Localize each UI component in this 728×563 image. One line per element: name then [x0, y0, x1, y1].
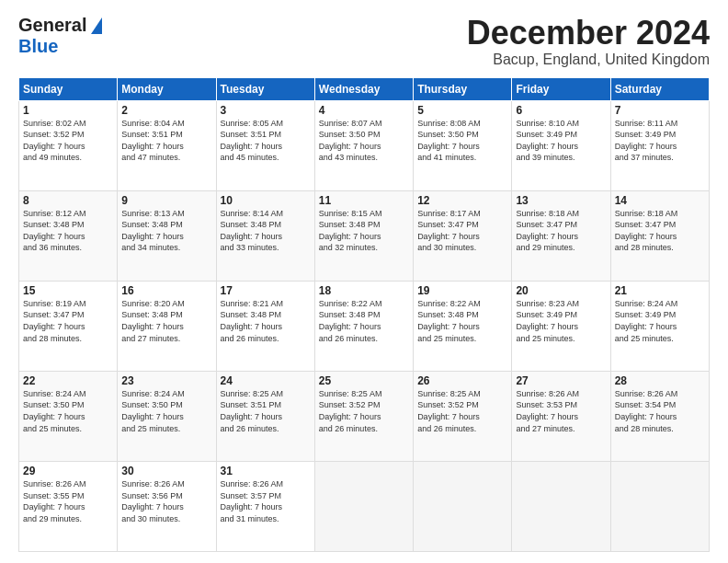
calendar-cell: 3Sunrise: 8:05 AM Sunset: 3:51 PM Daylig…: [216, 100, 314, 190]
day-number: 17: [221, 284, 311, 297]
calendar-cell: 7Sunrise: 8:11 AM Sunset: 3:49 PM Daylig…: [610, 100, 709, 190]
header: General Blue December 2024 Bacup, Englan…: [18, 15, 710, 68]
logo-blue-text: Blue: [18, 36, 58, 56]
calendar-cell: 21Sunrise: 8:24 AM Sunset: 3:49 PM Dayli…: [610, 281, 709, 371]
calendar-week-row: 22Sunrise: 8:24 AM Sunset: 3:50 PM Dayli…: [19, 371, 710, 461]
day-info: Sunrise: 8:02 AM Sunset: 3:52 PM Dayligh…: [23, 118, 113, 164]
calendar-header-saturday: Saturday: [610, 77, 709, 100]
day-info: Sunrise: 8:26 AM Sunset: 3:57 PM Dayligh…: [221, 478, 311, 524]
day-number: 12: [417, 194, 507, 207]
day-number: 1: [23, 104, 113, 117]
day-info: Sunrise: 8:15 AM Sunset: 3:48 PM Dayligh…: [319, 208, 409, 254]
day-number: 23: [121, 374, 211, 387]
day-number: 29: [23, 465, 113, 477]
logo-triangle-icon: [91, 17, 102, 34]
day-info: Sunrise: 8:21 AM Sunset: 3:48 PM Dayligh…: [221, 298, 311, 344]
calendar-cell: 12Sunrise: 8:17 AM Sunset: 3:47 PM Dayli…: [414, 190, 512, 281]
day-number: 28: [615, 374, 705, 387]
calendar-cell: 10Sunrise: 8:14 AM Sunset: 3:48 PM Dayli…: [216, 190, 314, 281]
day-number: 13: [516, 194, 606, 207]
day-info: Sunrise: 8:26 AM Sunset: 3:56 PM Dayligh…: [121, 478, 211, 524]
day-info: Sunrise: 8:23 AM Sunset: 3:49 PM Dayligh…: [516, 298, 606, 344]
day-info: Sunrise: 8:18 AM Sunset: 3:47 PM Dayligh…: [516, 208, 606, 254]
title-month: December 2024: [467, 15, 710, 52]
day-info: Sunrise: 8:24 AM Sunset: 3:50 PM Dayligh…: [23, 388, 113, 434]
calendar-header-tuesday: Tuesday: [216, 77, 314, 100]
day-number: 27: [516, 374, 606, 387]
day-info: Sunrise: 8:08 AM Sunset: 3:50 PM Dayligh…: [417, 118, 507, 164]
calendar-week-row: 15Sunrise: 8:19 AM Sunset: 3:47 PM Dayli…: [19, 281, 710, 371]
day-info: Sunrise: 8:04 AM Sunset: 3:51 PM Dayligh…: [121, 118, 211, 164]
calendar-header-thursday: Thursday: [414, 77, 512, 100]
calendar-cell: 28Sunrise: 8:26 AM Sunset: 3:54 PM Dayli…: [610, 371, 709, 461]
day-info: Sunrise: 8:05 AM Sunset: 3:51 PM Dayligh…: [221, 118, 311, 164]
calendar-cell: 17Sunrise: 8:21 AM Sunset: 3:48 PM Dayli…: [216, 281, 314, 371]
day-number: 19: [417, 284, 507, 297]
day-info: Sunrise: 8:07 AM Sunset: 3:50 PM Dayligh…: [319, 118, 409, 164]
calendar-cell: 2Sunrise: 8:04 AM Sunset: 3:51 PM Daylig…: [118, 100, 216, 190]
day-number: 30: [121, 465, 211, 477]
day-number: 20: [516, 284, 606, 297]
calendar-header-monday: Monday: [118, 77, 216, 100]
calendar-cell: 25Sunrise: 8:25 AM Sunset: 3:52 PM Dayli…: [314, 371, 413, 461]
day-info: Sunrise: 8:11 AM Sunset: 3:49 PM Dayligh…: [615, 118, 705, 164]
calendar-cell: 1Sunrise: 8:02 AM Sunset: 3:52 PM Daylig…: [19, 100, 118, 190]
day-info: Sunrise: 8:14 AM Sunset: 3:48 PM Dayligh…: [221, 208, 311, 254]
day-number: 7: [615, 104, 705, 117]
calendar-cell: 15Sunrise: 8:19 AM Sunset: 3:47 PM Dayli…: [19, 281, 118, 371]
calendar-cell: 18Sunrise: 8:22 AM Sunset: 3:48 PM Dayli…: [314, 281, 413, 371]
day-info: Sunrise: 8:24 AM Sunset: 3:49 PM Dayligh…: [615, 298, 705, 344]
day-info: Sunrise: 8:10 AM Sunset: 3:49 PM Dayligh…: [516, 118, 606, 164]
day-info: Sunrise: 8:25 AM Sunset: 3:52 PM Dayligh…: [319, 388, 409, 434]
calendar-table: SundayMondayTuesdayWednesdayThursdayFrid…: [18, 77, 710, 552]
day-number: 26: [417, 374, 507, 387]
day-number: 25: [319, 374, 409, 387]
calendar-cell: 23Sunrise: 8:24 AM Sunset: 3:50 PM Dayli…: [118, 371, 216, 461]
title-block: December 2024 Bacup, England, United Kin…: [467, 15, 710, 68]
day-number: 15: [23, 284, 113, 297]
day-info: Sunrise: 8:26 AM Sunset: 3:55 PM Dayligh…: [23, 478, 113, 524]
day-info: Sunrise: 8:13 AM Sunset: 3:48 PM Dayligh…: [121, 208, 211, 254]
calendar-header-row: SundayMondayTuesdayWednesdayThursdayFrid…: [19, 77, 710, 100]
calendar-cell: 19Sunrise: 8:22 AM Sunset: 3:48 PM Dayli…: [414, 281, 512, 371]
day-number: 2: [121, 104, 211, 117]
calendar-cell: 22Sunrise: 8:24 AM Sunset: 3:50 PM Dayli…: [19, 371, 118, 461]
calendar-cell: 26Sunrise: 8:25 AM Sunset: 3:52 PM Dayli…: [414, 371, 512, 461]
calendar-cell: 8Sunrise: 8:12 AM Sunset: 3:48 PM Daylig…: [19, 190, 118, 281]
day-info: Sunrise: 8:26 AM Sunset: 3:54 PM Dayligh…: [615, 388, 705, 434]
day-number: 5: [417, 104, 507, 117]
day-number: 24: [221, 374, 311, 387]
day-info: Sunrise: 8:17 AM Sunset: 3:47 PM Dayligh…: [417, 208, 507, 254]
day-info: Sunrise: 8:26 AM Sunset: 3:53 PM Dayligh…: [516, 388, 606, 434]
calendar-cell: 6Sunrise: 8:10 AM Sunset: 3:49 PM Daylig…: [512, 100, 610, 190]
logo: General Blue: [18, 15, 102, 57]
day-info: Sunrise: 8:22 AM Sunset: 3:48 PM Dayligh…: [417, 298, 507, 344]
calendar-week-row: 1Sunrise: 8:02 AM Sunset: 3:52 PM Daylig…: [19, 100, 710, 190]
calendar-cell: 11Sunrise: 8:15 AM Sunset: 3:48 PM Dayli…: [314, 190, 413, 281]
day-info: Sunrise: 8:18 AM Sunset: 3:47 PM Dayligh…: [615, 208, 705, 254]
calendar-cell: 14Sunrise: 8:18 AM Sunset: 3:47 PM Dayli…: [610, 190, 709, 281]
day-number: 6: [516, 104, 606, 117]
calendar-cell: 24Sunrise: 8:25 AM Sunset: 3:51 PM Dayli…: [216, 371, 314, 461]
day-info: Sunrise: 8:19 AM Sunset: 3:47 PM Dayligh…: [23, 298, 113, 344]
calendar-cell: [414, 461, 512, 551]
calendar-cell: [512, 461, 610, 551]
day-number: 16: [121, 284, 211, 297]
day-info: Sunrise: 8:12 AM Sunset: 3:48 PM Dayligh…: [23, 208, 113, 254]
calendar-cell: 9Sunrise: 8:13 AM Sunset: 3:48 PM Daylig…: [118, 190, 216, 281]
calendar-cell: 16Sunrise: 8:20 AM Sunset: 3:48 PM Dayli…: [118, 281, 216, 371]
day-number: 8: [23, 194, 113, 207]
calendar-cell: [314, 461, 413, 551]
calendar-cell: [610, 461, 709, 551]
calendar-cell: 4Sunrise: 8:07 AM Sunset: 3:50 PM Daylig…: [314, 100, 413, 190]
day-info: Sunrise: 8:22 AM Sunset: 3:48 PM Dayligh…: [319, 298, 409, 344]
day-info: Sunrise: 8:25 AM Sunset: 3:52 PM Dayligh…: [417, 388, 507, 434]
day-number: 18: [319, 284, 409, 297]
day-info: Sunrise: 8:25 AM Sunset: 3:51 PM Dayligh…: [221, 388, 311, 434]
calendar-week-row: 8Sunrise: 8:12 AM Sunset: 3:48 PM Daylig…: [19, 190, 710, 281]
calendar-cell: 13Sunrise: 8:18 AM Sunset: 3:47 PM Dayli…: [512, 190, 610, 281]
title-location: Bacup, England, United Kingdom: [467, 52, 710, 68]
calendar-cell: 20Sunrise: 8:23 AM Sunset: 3:49 PM Dayli…: [512, 281, 610, 371]
logo-general-text: General: [18, 15, 86, 36]
day-number: 4: [319, 104, 409, 117]
